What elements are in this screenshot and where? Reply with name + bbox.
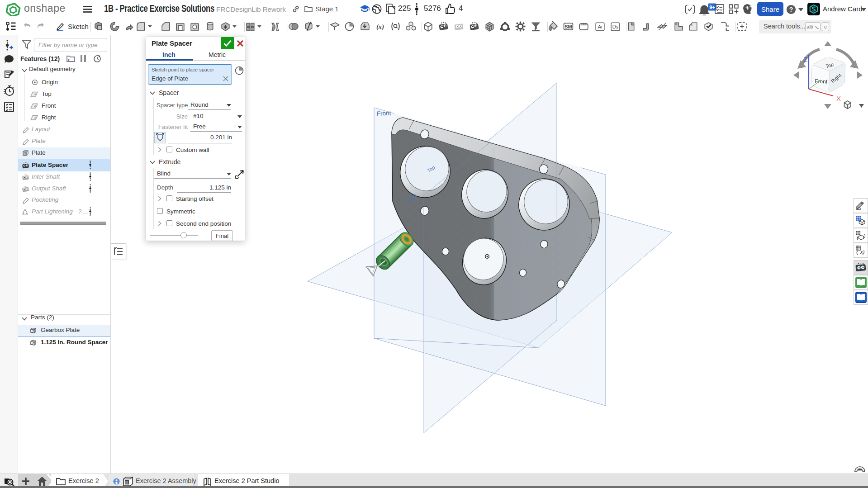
svg-text:9+: 9+ bbox=[709, 5, 715, 10]
svg-text:Front: Front bbox=[815, 78, 828, 85]
svg-text:?: ? bbox=[789, 6, 793, 13]
svg-text:Z: Z bbox=[803, 56, 807, 63]
svg-text:Front: Front bbox=[376, 109, 391, 117]
svg-text:X: X bbox=[836, 95, 841, 102]
